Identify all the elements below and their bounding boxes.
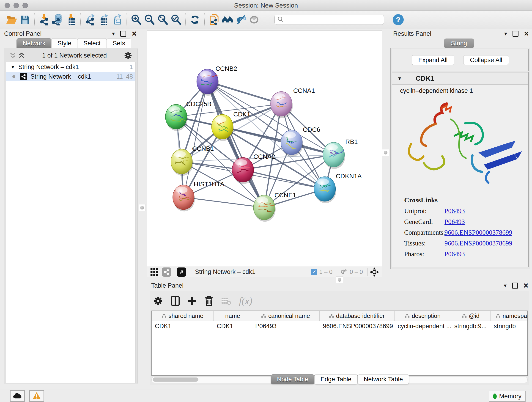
network-node-CCNA1[interactable] (271, 91, 293, 118)
table-row[interactable]: CDK1CDK1P064939606.ENSP00000378699cyclin… (152, 321, 527, 331)
crosslink-row: GeneCard:P06493 (404, 218, 524, 225)
crosslink-link[interactable]: 9606.ENSP00000378699 (444, 229, 512, 236)
selected-nodes-checkbox[interactable]: ✓ (311, 269, 317, 275)
grid-view-icon[interactable] (150, 268, 159, 276)
tab-select[interactable]: Select (77, 38, 107, 48)
open-session-icon[interactable] (5, 13, 18, 27)
zoom-fit-icon[interactable] (156, 13, 169, 27)
horizontal-splitter-grip[interactable] (336, 276, 343, 283)
string-style-icon[interactable] (162, 268, 171, 277)
birds-eye-view-icon[interactable] (177, 268, 186, 277)
network-node-CCNE1[interactable] (253, 195, 276, 222)
left-splitter-grip[interactable] (139, 204, 146, 211)
expand-all-networks-icon[interactable] (18, 52, 25, 58)
column-header-namespac[interactable]: namespac (491, 311, 528, 321)
network-node-CDC6[interactable] (281, 130, 303, 157)
search-input[interactable] (283, 15, 384, 24)
zoom-in-icon[interactable] (129, 13, 143, 27)
eye-icon[interactable] (247, 13, 261, 27)
help-button[interactable]: ? (393, 14, 404, 25)
network-node-CCNA2[interactable] (232, 157, 254, 184)
column-header-database-identifier[interactable]: database identifier (320, 311, 394, 321)
table-panel-collapse-icon[interactable]: ▾ (504, 282, 507, 289)
tab-network[interactable]: Network (17, 38, 51, 48)
crosslink-link[interactable]: 9606.ENSP00000378699 (444, 240, 512, 247)
network-collection-row[interactable]: ▾ String Network – cdk1 1 (6, 62, 135, 72)
column-header-name[interactable]: name (214, 311, 252, 321)
homes-icon[interactable] (221, 13, 234, 27)
column-header-@id[interactable]: @id (451, 311, 491, 321)
tab-node-table[interactable]: Node Table (271, 374, 314, 384)
network-node-CDK1[interactable] (211, 114, 234, 141)
network-edge[interactable] (243, 170, 325, 189)
network-node-CCNB2[interactable] (197, 69, 220, 96)
network-node-CCNB1[interactable] (171, 149, 193, 176)
column-header-shared-name[interactable]: shared name (152, 311, 214, 321)
export-image-icon[interactable] (110, 13, 123, 27)
tab-string[interactable]: String (444, 38, 474, 48)
import-network-icon[interactable] (38, 13, 51, 27)
protein-structure-image (395, 96, 526, 196)
node-label-CDC6: CDC6 (303, 126, 320, 133)
network-node-CDKN1A[interactable] (314, 177, 336, 203)
network-canvas[interactable]: CCNB2CCNA1CDC25BCDK1CDC6RB1CCNB1CCNA2CDK… (147, 31, 382, 267)
column-header-description[interactable]: description (394, 311, 451, 321)
memory-button[interactable]: Memory (489, 391, 526, 402)
title-bar: Session: New Session (0, 0, 532, 11)
warnings-button[interactable] (29, 390, 44, 402)
export-table-icon[interactable] (97, 13, 110, 27)
crosslink-link[interactable]: P06493 (444, 250, 465, 258)
results-panel-close-icon[interactable]: × (524, 32, 529, 36)
collection-expand-icon[interactable]: ▾ (12, 64, 14, 70)
scrollbar-thumb[interactable] (152, 377, 198, 382)
tab-edge-table[interactable]: Edge Table (314, 374, 358, 384)
column-header-canonical-name[interactable]: canonical name (252, 311, 320, 321)
zoom-out-icon[interactable] (143, 13, 156, 27)
expand-all-button[interactable]: Expand All (412, 55, 454, 65)
refresh-icon[interactable] (188, 13, 202, 27)
hide-glasses-icon[interactable] (234, 13, 247, 27)
cloud-button[interactable] (10, 390, 25, 402)
string-results-content: Expand All Collapse All ▾ CDK1 cyclin–de… (390, 48, 530, 269)
results-panel-collapse-icon[interactable]: ▾ (504, 31, 507, 37)
table-panel-float-icon[interactable] (512, 283, 518, 288)
save-session-icon[interactable] (18, 13, 32, 27)
table-settings-gear-icon[interactable] (153, 296, 163, 306)
shared-column-icon (162, 313, 166, 319)
network-node-RB1[interactable] (323, 142, 345, 169)
export-network-icon[interactable] (83, 13, 97, 27)
gene-expand-icon[interactable]: ▾ (398, 75, 401, 82)
import-table-icon[interactable] (64, 13, 77, 27)
table-cell: 9606.ENSP00000378699 (320, 323, 394, 330)
toolbar-separator (34, 13, 35, 26)
collapse-all-button[interactable]: Collapse All (463, 55, 509, 65)
fit-content-crosshair-icon[interactable] (370, 267, 379, 277)
show-columns-icon[interactable] (171, 296, 180, 306)
zoom-selected-icon[interactable] (169, 13, 182, 27)
shared-column-icon (329, 313, 334, 319)
control-panel-collapse-icon[interactable]: ▾ (112, 31, 115, 37)
collapse-all-networks-icon[interactable] (9, 52, 16, 58)
network-row[interactable]: String Network – cdk1 11 48 (6, 72, 135, 81)
network-edge[interactable] (184, 197, 264, 208)
control-panel-close-icon[interactable]: × (132, 32, 137, 36)
document-share-icon[interactable] (208, 13, 221, 27)
network-node-CDC25B[interactable] (165, 104, 188, 131)
table-panel-close-icon[interactable]: × (524, 283, 528, 288)
import-database-icon[interactable] (51, 13, 64, 27)
control-panel-float-icon[interactable] (120, 31, 126, 37)
crosslink-link[interactable]: P06493 (444, 218, 465, 225)
network-options-gear-icon[interactable] (124, 51, 132, 60)
gene-header[interactable]: ▾ CDK1 (392, 72, 528, 85)
network-node-HIST1H1A[interactable] (173, 185, 195, 211)
crosslink-link[interactable]: P06493 (444, 207, 465, 215)
results-panel-float-icon[interactable] (513, 31, 519, 37)
tab-style[interactable]: Style (51, 38, 77, 48)
network-edge[interactable] (207, 82, 264, 208)
string-network-view: CCNB2CCNA1CDC25BCDK1CDC6RB1CCNB1CCNA2CDK… (147, 31, 382, 267)
delete-column-trash-icon[interactable] (205, 296, 213, 306)
tab-sets[interactable]: Sets (107, 38, 131, 48)
add-column-icon[interactable] (188, 296, 197, 306)
right-splitter-grip[interactable] (382, 149, 389, 156)
tab-network-table[interactable]: Network Table (358, 374, 409, 384)
